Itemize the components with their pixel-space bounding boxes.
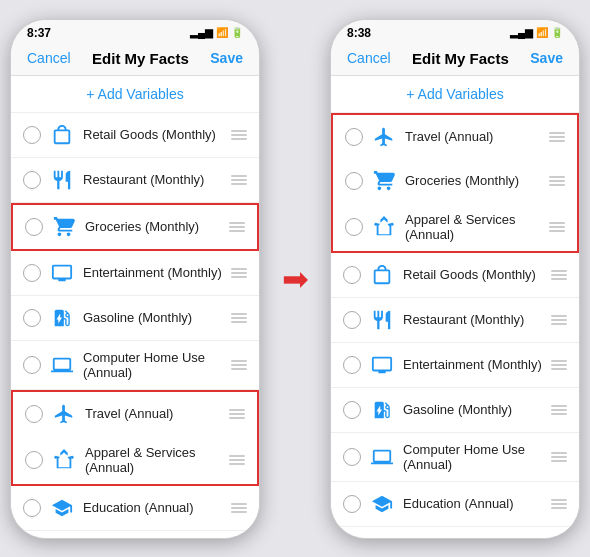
drag-handle-icon[interactable]: [549, 222, 565, 232]
drag-handle-icon[interactable]: [551, 452, 567, 462]
right-nav-bar: Cancel Edit My Facts Save: [331, 44, 579, 76]
left-status-bar: 8:37 ▂▄▆ 📶 🔋: [11, 20, 259, 44]
radio-button[interactable]: [343, 266, 361, 284]
drag-handle-icon[interactable]: [549, 176, 565, 186]
battery-icon: 🔋: [551, 27, 563, 38]
right-save-button[interactable]: Save: [530, 50, 563, 66]
left-save-button[interactable]: Save: [210, 50, 243, 66]
item-label: Gasoline (Monthly): [83, 310, 223, 325]
drag-handle-icon[interactable]: [231, 313, 247, 323]
list-item: Travel (Annual): [11, 390, 259, 437]
drag-handle-icon[interactable]: [231, 503, 247, 513]
item-label: Restaurant (Monthly): [83, 172, 223, 187]
list-item: Gasoline (Monthly): [331, 388, 579, 433]
list-item: Health Care (Annual): [11, 531, 259, 538]
list-item: Travel (Annual): [331, 113, 579, 160]
list-item: Education (Annual): [331, 482, 579, 527]
drag-handle-icon[interactable]: [231, 360, 247, 370]
list-item: Health Care (Annual): [331, 527, 579, 538]
list-item: Apparel & Services (Annual): [331, 203, 579, 253]
entertainment-icon: [49, 260, 75, 286]
apparel-icon: [51, 447, 77, 473]
restaurant-icon: [369, 307, 395, 333]
item-label: Apparel & Services (Annual): [85, 445, 221, 475]
item-label: Computer Home Use (Annual): [83, 350, 223, 380]
drag-handle-icon[interactable]: [229, 409, 245, 419]
wifi-icon: 📶: [536, 27, 548, 38]
computer-icon: [49, 352, 75, 378]
transition-arrow: ➡: [270, 260, 320, 298]
gasoline-icon: [49, 305, 75, 331]
right-status-bar: 8:38 ▂▄▆ 📶 🔋: [331, 20, 579, 44]
travel-icon: [371, 124, 397, 150]
right-phone: 8:38 ▂▄▆ 📶 🔋 Cancel Edit My Facts Save +…: [330, 19, 580, 539]
apparel-icon: [371, 214, 397, 240]
groceries-icon: [51, 214, 77, 240]
drag-handle-icon[interactable]: [231, 175, 247, 185]
list-item: Computer Home Use (Annual): [331, 433, 579, 482]
radio-button[interactable]: [345, 218, 363, 236]
list-item: Groceries (Monthly): [331, 159, 579, 204]
left-list: Retail Goods (Monthly)Restaurant (Monthl…: [11, 113, 259, 538]
drag-handle-icon[interactable]: [551, 499, 567, 509]
list-item: Computer Home Use (Annual): [11, 341, 259, 390]
education-icon: [369, 491, 395, 517]
item-label: Retail Goods (Monthly): [403, 267, 543, 282]
list-item: Education (Annual): [11, 486, 259, 531]
item-label: Entertainment (Monthly): [403, 357, 543, 372]
education-icon: [49, 495, 75, 521]
signal-icon: ▂▄▆: [510, 27, 533, 38]
left-add-variables[interactable]: + Add Variables: [11, 76, 259, 113]
item-label: Apparel & Services (Annual): [405, 212, 541, 242]
item-label: Gasoline (Monthly): [403, 402, 543, 417]
radio-button[interactable]: [23, 309, 41, 327]
radio-button[interactable]: [23, 356, 41, 374]
radio-button[interactable]: [345, 172, 363, 190]
left-status-icons: ▂▄▆ 📶 🔋: [190, 27, 243, 38]
drag-handle-icon[interactable]: [231, 130, 247, 140]
drag-handle-icon[interactable]: [551, 315, 567, 325]
drag-handle-icon[interactable]: [551, 405, 567, 415]
item-label: Travel (Annual): [405, 129, 541, 144]
drag-handle-icon[interactable]: [551, 360, 567, 370]
item-label: Restaurant (Monthly): [403, 312, 543, 327]
radio-button[interactable]: [343, 401, 361, 419]
drag-handle-icon[interactable]: [229, 222, 245, 232]
drag-handle-icon[interactable]: [549, 132, 565, 142]
battery-icon: 🔋: [231, 27, 243, 38]
radio-button[interactable]: [25, 218, 43, 236]
right-add-variables[interactable]: + Add Variables: [331, 76, 579, 113]
radio-button[interactable]: [343, 311, 361, 329]
drag-handle-icon[interactable]: [551, 270, 567, 280]
radio-button[interactable]: [25, 405, 43, 423]
item-label: Entertainment (Monthly): [83, 265, 223, 280]
left-phone: 8:37 ▂▄▆ 📶 🔋 Cancel Edit My Facts Save +…: [10, 19, 260, 539]
list-item: Apparel & Services (Annual): [11, 436, 259, 486]
right-arrow-icon: ➡: [282, 260, 309, 298]
right-status-icons: ▂▄▆ 📶 🔋: [510, 27, 563, 38]
left-time: 8:37: [27, 26, 51, 40]
radio-button[interactable]: [23, 264, 41, 282]
left-cancel-button[interactable]: Cancel: [27, 50, 71, 66]
radio-button[interactable]: [23, 126, 41, 144]
radio-button[interactable]: [345, 128, 363, 146]
radio-button[interactable]: [343, 356, 361, 374]
retail-icon: [369, 262, 395, 288]
left-nav-title: Edit My Facts: [92, 50, 189, 67]
radio-button[interactable]: [25, 451, 43, 469]
list-item: Gasoline (Monthly): [11, 296, 259, 341]
radio-button[interactable]: [23, 499, 41, 517]
right-cancel-button[interactable]: Cancel: [347, 50, 391, 66]
drag-handle-icon[interactable]: [229, 455, 245, 465]
phones-container: 8:37 ▂▄▆ 📶 🔋 Cancel Edit My Facts Save +…: [0, 9, 590, 549]
travel-icon: [51, 401, 77, 427]
drag-handle-icon[interactable]: [231, 268, 247, 278]
health-icon: [369, 536, 395, 538]
left-nav-bar: Cancel Edit My Facts Save: [11, 44, 259, 76]
radio-button[interactable]: [23, 171, 41, 189]
radio-button[interactable]: [343, 448, 361, 466]
right-time: 8:38: [347, 26, 371, 40]
entertainment-icon: [369, 352, 395, 378]
groceries-icon: [371, 168, 397, 194]
radio-button[interactable]: [343, 495, 361, 513]
